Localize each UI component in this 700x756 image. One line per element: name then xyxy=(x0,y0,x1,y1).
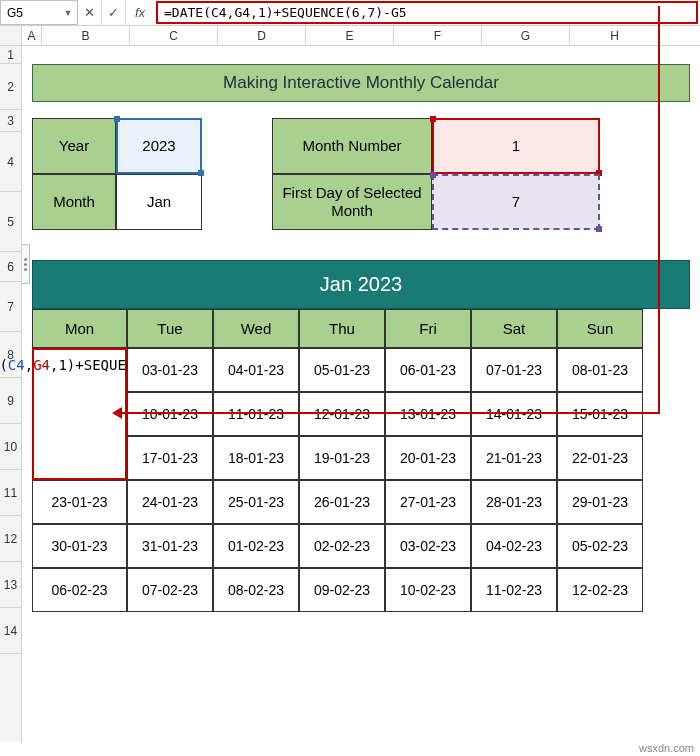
page-title: Making Interactive Monthly Calendar xyxy=(32,64,690,102)
calendar-date-cell[interactable]: 05-02-23 xyxy=(557,524,643,568)
calendar-date-cell[interactable]: 08-02-23 xyxy=(213,568,299,612)
calendar-date-cell[interactable]: 05-01-23 xyxy=(299,348,385,392)
row-header-3[interactable]: 3 xyxy=(0,110,21,132)
calendar-date-cell[interactable]: 07-01-23 xyxy=(471,348,557,392)
name-box-dropdown-icon[interactable]: ▼ xyxy=(61,3,75,22)
name-box-value: G5 xyxy=(7,6,23,20)
calendar-date-cell[interactable]: 12-02-23 xyxy=(557,568,643,612)
calendar-date-cell[interactable]: 11-02-23 xyxy=(471,568,557,612)
day-header: Sun xyxy=(557,309,643,348)
formula-text: =DATE(C4,G4,1)+SEQUENCE(6,7)-G5 xyxy=(164,5,407,20)
month-label: Month xyxy=(32,174,116,230)
first-day-label: First Day of Selected Month xyxy=(272,174,432,230)
annotation-line xyxy=(120,412,660,414)
row-header-14[interactable]: 14 xyxy=(0,608,21,654)
calendar-date-cell[interactable]: 10-02-23 xyxy=(385,568,471,612)
day-header: Sat xyxy=(471,309,557,348)
month-value-cell[interactable]: Jan xyxy=(116,174,202,230)
calendar-date-cell[interactable]: 18-01-23 xyxy=(213,436,299,480)
row-header-5[interactable]: 5 xyxy=(0,192,21,252)
month-value: Jan xyxy=(147,193,171,211)
month-number-cell[interactable]: 1 xyxy=(432,118,600,174)
first-day-cell[interactable]: 7 xyxy=(432,174,600,230)
calendar-date-cell[interactable]: 06-01-23 xyxy=(385,348,471,392)
calendar-date-cell[interactable]: 02-02-23 xyxy=(299,524,385,568)
row-header-13[interactable]: 13 xyxy=(0,562,21,608)
col-header-C[interactable]: C xyxy=(130,26,218,45)
row-header-2[interactable]: 2 xyxy=(0,64,21,110)
calendar-date-cell[interactable]: 04-02-23 xyxy=(471,524,557,568)
col-header-G[interactable]: G xyxy=(482,26,570,45)
calendar-date-cell[interactable]: 15-01-23 xyxy=(557,392,643,436)
calendar-date-cell[interactable]: 08-01-23 xyxy=(557,348,643,392)
column-headers: A B C D E F G H xyxy=(0,26,700,46)
col-header-A[interactable]: A xyxy=(22,26,42,45)
calendar-date-cell[interactable]: 13-01-23 xyxy=(385,392,471,436)
first-day-value: 7 xyxy=(512,193,520,211)
day-header: Tue xyxy=(127,309,213,348)
formula-bar: G5 ▼ ✕ ✓ fx =DATE(C4,G4,1)+SEQUENCE(6,7)… xyxy=(0,0,700,26)
year-label: Year xyxy=(32,118,116,174)
col-header-D[interactable]: D xyxy=(218,26,306,45)
year-value-cell[interactable]: 2023 xyxy=(116,118,202,174)
name-box[interactable]: G5 ▼ xyxy=(0,0,78,25)
year-value: 2023 xyxy=(142,137,175,155)
col-header-B[interactable]: B xyxy=(42,26,130,45)
year-month-block: Year 2023 Month Jan xyxy=(32,118,202,230)
day-header: Fri xyxy=(385,309,471,348)
annotation-line xyxy=(658,6,660,414)
calendar-date-cell[interactable]: 22-01-23 xyxy=(557,436,643,480)
row-header-7[interactable]: 7 xyxy=(0,282,21,332)
calendar-date-cell[interactable]: 27-01-23 xyxy=(385,480,471,524)
row-header-11[interactable]: 11 xyxy=(0,470,21,516)
calendar-date-cell[interactable]: 23-01-23 xyxy=(32,480,127,524)
watermark: wsxdn.com xyxy=(639,742,694,754)
calendar-date-cell[interactable]: 19-01-23 xyxy=(299,436,385,480)
day-header: Thu xyxy=(299,309,385,348)
calendar-date-cell[interactable]: 12-01-23 xyxy=(299,392,385,436)
calendar-title: Jan 2023 xyxy=(32,260,690,309)
cancel-icon[interactable]: ✕ xyxy=(78,0,102,25)
row-header-6[interactable]: 6 xyxy=(0,252,21,282)
row-header-4[interactable]: 4 xyxy=(0,132,21,192)
calendar-date-cell[interactable]: 26-01-23 xyxy=(299,480,385,524)
fx-icon[interactable]: fx xyxy=(126,0,154,25)
month-number-label: Month Number xyxy=(272,118,432,174)
row-header-12[interactable]: 12 xyxy=(0,516,21,562)
row-header-10[interactable]: 10 xyxy=(0,424,21,470)
col-header-E[interactable]: E xyxy=(306,26,394,45)
calendar-date-cell[interactable]: 31-01-23 xyxy=(127,524,213,568)
calendar-date-cell[interactable]: 01-02-23 xyxy=(213,524,299,568)
month-info-block: Month Number 1 First Day of Selected Mon… xyxy=(272,118,600,230)
sheet-content: Making Interactive Monthly Calendar Year… xyxy=(22,46,700,742)
confirm-icon[interactable]: ✓ xyxy=(102,0,126,25)
calendar-date-cell[interactable]: 24-01-23 xyxy=(127,480,213,524)
calendar-date-cell[interactable]: 30-01-23 xyxy=(32,524,127,568)
day-header: Mon xyxy=(32,309,127,348)
calendar-date-cell[interactable]: 25-01-23 xyxy=(213,480,299,524)
calendar-date-cell[interactable]: 06-02-23 xyxy=(32,568,127,612)
calendar-date-cell[interactable]: 29-01-23 xyxy=(557,480,643,524)
formula-bar-expand-icon[interactable] xyxy=(22,244,30,284)
calendar-body: =DATE(C4,G4,1)+SEQUENCE(6,7)-G503-01-230… xyxy=(32,348,690,612)
row-headers: 1 2 3 4 5 6 7 8 9 10 11 12 13 14 xyxy=(0,46,22,742)
select-all-corner[interactable] xyxy=(0,26,22,45)
calendar-date-cell[interactable]: 11-01-23 xyxy=(213,392,299,436)
row-header-1[interactable]: 1 xyxy=(0,46,21,64)
calendar-date-cell[interactable]: 03-02-23 xyxy=(385,524,471,568)
calendar-date-cell[interactable]: 17-01-23 xyxy=(127,436,213,480)
calendar-date-cell[interactable]: 03-01-23 xyxy=(127,348,213,392)
calendar-date-cell[interactable]: 10-01-23 xyxy=(127,392,213,436)
calendar-date-cell[interactable]: 07-02-23 xyxy=(127,568,213,612)
calendar-date-cell[interactable]: 28-01-23 xyxy=(471,480,557,524)
formula-input[interactable]: =DATE(C4,G4,1)+SEQUENCE(6,7)-G5 xyxy=(156,1,698,24)
calendar-date-cell[interactable]: 21-01-23 xyxy=(471,436,557,480)
col-header-H[interactable]: H xyxy=(570,26,660,45)
calendar-date-cell[interactable]: 14-01-23 xyxy=(471,392,557,436)
calendar-date-cell[interactable]: 20-01-23 xyxy=(385,436,471,480)
day-header: Wed xyxy=(213,309,299,348)
col-header-F[interactable]: F xyxy=(394,26,482,45)
calendar-date-cell[interactable]: 09-02-23 xyxy=(299,568,385,612)
annotation-arrow-icon xyxy=(112,407,122,419)
calendar-date-cell[interactable]: 04-01-23 xyxy=(213,348,299,392)
